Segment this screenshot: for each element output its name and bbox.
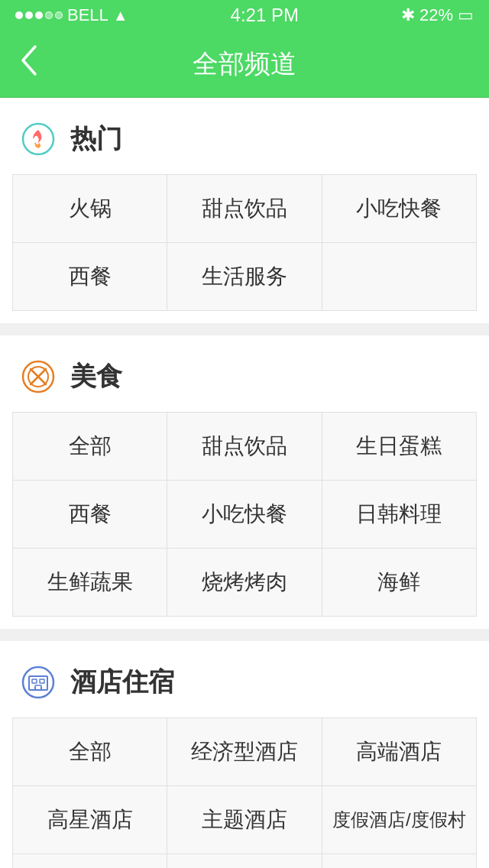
status-time: 4:21 PM [231,5,299,26]
section-title-hot: 热门 [70,121,122,157]
grid-item[interactable]: 青年旅社 [167,854,321,868]
carrier-label: BELL [67,5,108,25]
grid-item-empty [322,243,476,310]
page-title: 全部频道 [193,47,296,82]
grid-item[interactable]: 火锅 [13,175,167,242]
section-header-food: 美食 [0,335,489,412]
signal-indicator [15,11,63,19]
section-header-hot: 热门 [0,98,489,174]
status-bar: BELL ▲ 4:21 PM ✱ 22% ▭ [0,0,489,31]
grid-item[interactable]: 全部 [13,718,167,785]
grid-item[interactable]: 生鲜蔬果 [13,549,167,616]
battery-label: 22% [419,5,453,25]
status-left: BELL ▲ [15,5,128,25]
svg-rect-7 [32,679,37,683]
section-food: 美食 全部 甜点饮品 生日蛋糕 西餐 小吃快餐 日韩料理 生鲜蔬果 烧烤烤肉 海… [0,335,489,629]
status-right: ✱ 22% ▭ [401,5,474,25]
grid-food: 全部 甜点饮品 生日蛋糕 西餐 小吃快餐 日韩料理 生鲜蔬果 烧烤烤肉 海鲜 [12,412,477,617]
section-hot: 热门 火锅 甜点饮品 小吃快餐 西餐 生活服务 [0,98,489,323]
nav-bar: 全部频道 [0,31,489,98]
section-hotel: 酒店住宿 全部 经济型酒店 高端酒店 高星酒店 主题酒店 度假酒店/度假村 客栈… [0,641,489,868]
section-title-food: 美食 [70,359,122,394]
grid-item[interactable]: 小吃快餐 [167,481,321,548]
grid-item[interactable]: 西餐 [13,243,167,310]
grid-item[interactable]: 小吃快餐 [322,175,476,242]
grid-item[interactable]: 高星酒店 [13,786,167,853]
grid-hotel: 全部 经济型酒店 高端酒店 高星酒店 主题酒店 度假酒店/度假村 客栈 青年旅社 [12,717,477,868]
grid-item[interactable]: 度假酒店/度假村 [322,786,476,853]
grid-item[interactable]: 烧烤烤肉 [167,549,321,616]
grid-item[interactable]: 日韩料理 [322,481,476,548]
svg-rect-8 [40,679,44,683]
wifi-icon: ▲ [113,7,128,24]
grid-item[interactable]: 甜点饮品 [167,175,321,242]
grid-item[interactable]: 经济型酒店 [167,718,321,785]
content: 热门 火锅 甜点饮品 小吃快餐 西餐 生活服务 美食 全部 [0,98,489,868]
food-icon [18,357,58,397]
grid-item[interactable]: 海鲜 [322,549,476,616]
grid-item[interactable]: 高端酒店 [322,718,476,785]
grid-item[interactable]: 主题酒店 [167,786,321,853]
grid-item[interactable]: 全部 [13,413,167,480]
hot-icon [18,119,58,159]
grid-item[interactable]: 生活服务 [167,243,321,310]
grid-item[interactable]: 西餐 [13,481,167,548]
bluetooth-icon: ✱ [401,5,415,25]
section-title-hotel: 酒店住宿 [70,665,174,700]
grid-item[interactable]: 客栈 [13,854,167,868]
grid-hot: 火锅 甜点饮品 小吃快餐 西餐 生活服务 [12,174,477,311]
svg-point-5 [23,667,53,698]
grid-item[interactable]: 甜点饮品 [167,413,321,480]
section-header-hotel: 酒店住宿 [0,641,489,717]
grid-item-empty [322,854,476,868]
back-button[interactable] [18,44,40,84]
battery-icon: ▭ [458,5,474,25]
svg-point-0 [23,124,53,154]
hotel-icon [18,662,58,702]
grid-item[interactable]: 生日蛋糕 [322,413,476,480]
